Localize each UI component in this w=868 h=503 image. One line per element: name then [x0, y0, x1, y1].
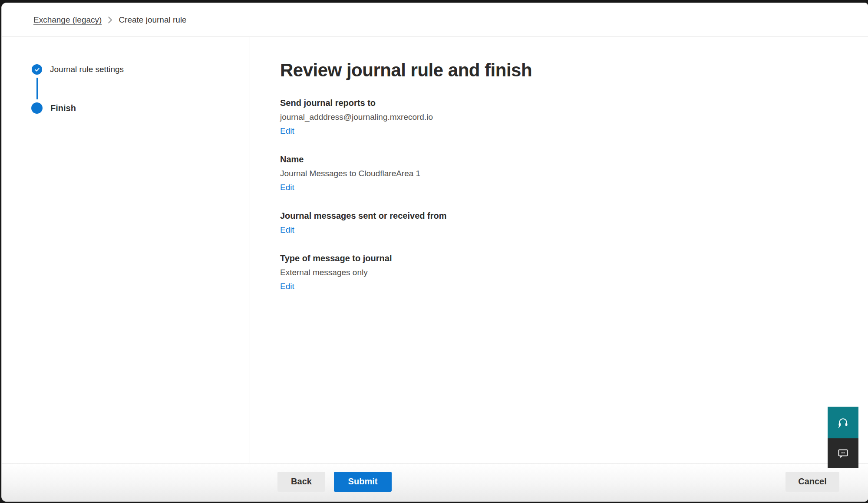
breadcrumb-exchange-legacy[interactable]: Exchange (legacy): [33, 15, 102, 25]
rule-name-value: Journal Messages to CloudflareArea 1: [280, 169, 851, 178]
section-journal-messages-sent-or-received-from: Journal messages sent or received from E…: [280, 211, 851, 235]
step-current-dot-icon: [31, 102, 43, 114]
step-label-finish: Finish: [50, 103, 76, 113]
wizard-content: Journal rule settings Finish Review jour…: [2, 37, 868, 463]
edit-name-link[interactable]: Edit: [280, 183, 294, 192]
feedback-button[interactable]: [828, 438, 858, 468]
chat-bubble-icon: [837, 447, 849, 459]
section-name: Name Journal Messages to CloudflareArea …: [280, 155, 851, 192]
breadcrumb: Exchange (legacy) Create journal rule: [2, 3, 868, 37]
edit-journal-scope-link[interactable]: Edit: [280, 225, 294, 235]
breadcrumb-create-journal-rule: Create journal rule: [119, 15, 186, 25]
edit-send-journal-reports-link[interactable]: Edit: [280, 126, 294, 136]
step-label-journal-rule-settings: Journal rule settings: [50, 65, 124, 74]
step-connector-line: [36, 78, 38, 99]
message-type-value: External messages only: [280, 268, 851, 277]
section-label: Journal messages sent or received from: [280, 211, 851, 221]
step-completed-check-icon: [32, 64, 42, 75]
chevron-right-icon: [108, 16, 112, 23]
section-label: Type of message to journal: [280, 253, 851, 263]
cancel-button[interactable]: Cancel: [785, 472, 839, 492]
wizard-step-finish[interactable]: Finish: [32, 102, 250, 114]
review-pane: Review journal rule and finish Send jour…: [250, 37, 868, 463]
section-label: Name: [280, 155, 851, 164]
edit-message-type-link[interactable]: Edit: [280, 282, 294, 291]
wizard-steps-sidebar: Journal rule settings Finish: [2, 37, 250, 463]
floating-side-buttons: [828, 407, 858, 468]
page-title: Review journal rule and finish: [280, 60, 851, 81]
footer-action-bar: Back Submit Cancel: [2, 463, 868, 501]
help-button[interactable]: [828, 407, 858, 438]
back-button[interactable]: Back: [277, 472, 325, 492]
wizard-step-journal-rule-settings[interactable]: Journal rule settings: [32, 64, 250, 75]
section-type-of-message-to-journal: Type of message to journal External mess…: [280, 253, 851, 291]
app-window: Exchange (legacy) Create journal rule Jo…: [1, 3, 868, 502]
journal-report-address-value: journal_adddress@journaling.mxrecord.io: [280, 112, 851, 122]
section-send-journal-reports-to: Send journal reports to journal_adddress…: [280, 98, 851, 136]
headset-icon: [837, 417, 849, 428]
section-label: Send journal reports to: [280, 98, 851, 108]
submit-button[interactable]: Submit: [334, 472, 392, 492]
